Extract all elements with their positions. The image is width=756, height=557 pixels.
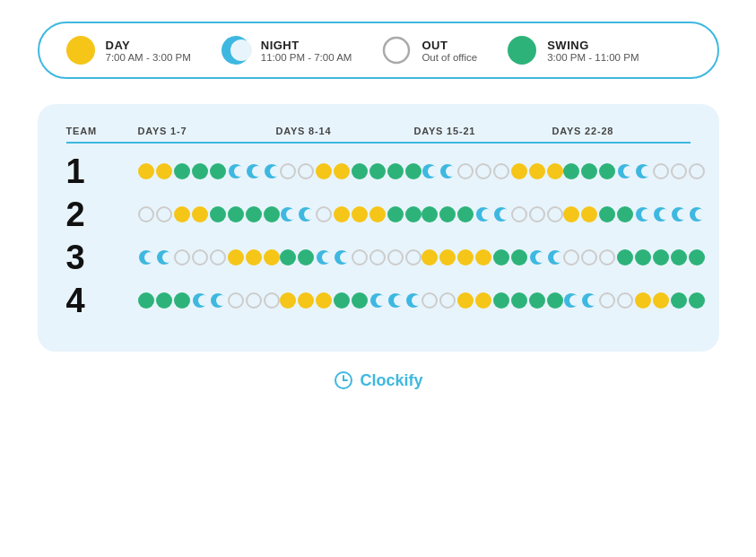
dot-night — [246, 163, 262, 179]
shift-cell-team4-col4 — [563, 292, 705, 309]
dot-day — [457, 249, 474, 265]
dot-swing — [405, 206, 421, 222]
dot-night — [138, 249, 154, 265]
dot-night — [635, 163, 651, 179]
dot-out — [599, 292, 615, 309]
svg-point-3 — [384, 38, 409, 63]
dot-night — [192, 292, 208, 309]
dot-night — [529, 249, 545, 265]
dot-day — [228, 249, 244, 265]
schedule-row-2: 2 — [66, 197, 691, 231]
dot-day — [369, 206, 386, 222]
dot-day — [529, 163, 545, 179]
dot-swing — [210, 206, 226, 222]
dot-night — [635, 206, 651, 222]
dot-night — [334, 249, 350, 265]
dot-day — [457, 292, 474, 309]
dot-swing — [156, 292, 172, 309]
dot-swing — [493, 249, 509, 265]
shift-cell-team2-col4 — [563, 206, 705, 222]
dot-out — [439, 292, 456, 309]
dot-out — [493, 163, 509, 179]
dot-out — [581, 249, 597, 265]
swing-icon — [506, 34, 538, 66]
dot-out — [421, 292, 438, 309]
dot-day — [156, 163, 172, 179]
dot-swing — [174, 292, 190, 309]
out-title: OUT — [421, 39, 477, 52]
dot-swing — [671, 292, 687, 309]
dot-night — [581, 292, 597, 309]
dot-night — [653, 206, 669, 222]
team-number-2: 2 — [66, 197, 138, 231]
dot-swing — [352, 292, 368, 309]
dot-day — [653, 292, 669, 309]
dot-day — [439, 249, 456, 265]
dot-out — [617, 292, 633, 309]
shift-cell-team4-col3 — [421, 292, 563, 309]
dot-night — [547, 249, 563, 265]
dot-day — [334, 206, 350, 222]
dot-out — [529, 206, 545, 222]
dot-swing — [599, 163, 615, 179]
dot-day — [174, 206, 190, 222]
dot-night — [475, 206, 491, 222]
dot-out — [246, 292, 262, 309]
dot-swing — [635, 249, 651, 265]
header-col-4: DAYS 22-28 — [552, 126, 691, 136]
dot-day — [316, 163, 332, 179]
shift-cell-team4-col1 — [138, 292, 280, 309]
rows-container: 1 — [66, 154, 691, 318]
team-number-1: 1 — [66, 154, 138, 188]
day-sub: 7:00 AM - 3:00 PM — [106, 52, 191, 63]
dot-swing — [457, 206, 474, 222]
dot-night — [264, 163, 280, 179]
swing-sub: 3:00 PM - 11:00 PM — [547, 52, 639, 63]
dot-day — [280, 292, 296, 309]
dot-swing — [369, 163, 386, 179]
dot-day — [511, 163, 527, 179]
schedule-card: TEAM DAYS 1-7 DAYS 8-14 DAYS 15-21 DAYS … — [38, 104, 719, 352]
header-col-1: DAYS 1-7 — [138, 126, 276, 136]
dot-out — [298, 163, 314, 179]
dot-swing — [493, 292, 509, 309]
dot-night — [228, 163, 244, 179]
dot-out — [547, 206, 563, 222]
svg-point-0 — [66, 36, 95, 65]
dot-day — [421, 249, 438, 265]
dot-night — [369, 292, 386, 309]
header-team: TEAM — [66, 126, 138, 136]
dot-day — [192, 206, 208, 222]
dot-swing — [421, 206, 438, 222]
night-title: NIGHT — [261, 39, 352, 52]
dot-out — [192, 249, 208, 265]
dot-night — [563, 292, 579, 309]
shift-cell-team1-col4 — [563, 163, 705, 179]
shift-cell-team1-col3 — [421, 163, 563, 179]
dot-out — [174, 249, 190, 265]
dot-swing — [547, 292, 563, 309]
legend-item-day: DAY 7:00 AM - 3:00 PM — [65, 34, 191, 66]
shift-cell-team4-col2 — [280, 292, 421, 309]
legend-item-night: NIGHT 11:00 PM - 7:00 AM — [220, 34, 352, 66]
shift-cell-team3-col1 — [138, 249, 280, 265]
dot-swing — [617, 206, 633, 222]
shift-cell-team3-col4 — [563, 249, 705, 265]
header-col-3: DAYS 15-21 — [414, 126, 552, 136]
dot-out — [671, 163, 687, 179]
dot-night — [421, 163, 438, 179]
shift-cell-team1-col1 — [138, 163, 280, 179]
dot-swing — [174, 163, 190, 179]
legend-item-out: OUT Out of office — [380, 34, 477, 66]
dot-out — [352, 249, 368, 265]
dot-out — [138, 206, 154, 222]
dot-day — [581, 206, 597, 222]
night-sub: 11:00 PM - 7:00 AM — [261, 52, 352, 63]
schedule-row-1: 1 — [66, 154, 691, 188]
out-sub: Out of office — [421, 52, 477, 63]
dot-out — [228, 292, 244, 309]
dot-out — [369, 249, 386, 265]
schedule-row-4: 4 — [66, 283, 691, 318]
dot-day — [246, 249, 262, 265]
shift-cell-team3-col2 — [280, 249, 421, 265]
